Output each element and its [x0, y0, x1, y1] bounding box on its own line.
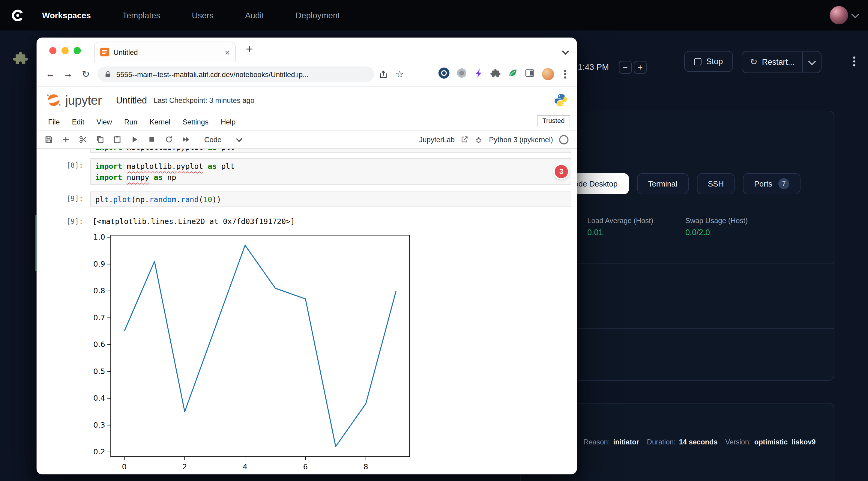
nav-item-templates[interactable]: Templates	[122, 10, 160, 20]
ports-button[interactable]: Ports 7	[743, 173, 801, 194]
coder-logo-icon[interactable]	[10, 7, 26, 23]
run-cell-icon[interactable]	[126, 132, 143, 147]
workspace-more-options-icon[interactable]	[848, 56, 860, 68]
menu-edit[interactable]: Edit	[66, 118, 91, 126]
version-value: optimistic_liskov9	[754, 438, 816, 446]
stop-button[interactable]: Stop	[684, 51, 733, 72]
window-close-button[interactable]	[49, 47, 56, 54]
menu-run[interactable]: Run	[118, 118, 144, 126]
paste-cell-icon[interactable]	[108, 132, 126, 147]
jupyter-wordmark: jupyter	[65, 93, 102, 108]
zoom-in-button[interactable]: +	[634, 61, 646, 73]
forward-icon[interactable]: →	[60, 69, 76, 80]
reason-value: initiator	[613, 438, 639, 446]
tab-close-icon[interactable]: ×	[225, 47, 230, 57]
ssh-button[interactable]: SSH	[697, 173, 735, 194]
jupyterlab-link[interactable]: JupyterLab	[419, 135, 455, 143]
menu-help[interactable]: Help	[215, 118, 242, 126]
menu-kernel[interactable]: Kernel	[143, 118, 176, 126]
extension-icon-green[interactable]	[507, 68, 517, 81]
clock: 1:43 PM	[578, 62, 609, 71]
menu-file[interactable]: File	[42, 118, 66, 126]
cell-output-text: [<matplotlib.lines.Line2D at 0x7fd03f191…	[92, 216, 295, 227]
nav-item-deployment[interactable]: Deployment	[296, 10, 340, 20]
jupyter-logo	[45, 92, 62, 108]
svg-text:0.3: 0.3	[93, 421, 105, 429]
browser-menu-icon[interactable]	[561, 69, 569, 80]
code-line: import matplotlib.pyplot as plt	[95, 160, 566, 171]
nav-item-audit[interactable]: Audit	[245, 10, 264, 20]
svg-text:0.7: 0.7	[93, 313, 105, 322]
restart-icon: ↻	[750, 58, 757, 67]
reload-icon[interactable]: ↻	[78, 68, 94, 80]
restart-button[interactable]: ↻ Restart...	[742, 52, 802, 72]
notebook-favicon	[100, 48, 109, 57]
notebook-title[interactable]: Untitled	[116, 95, 147, 105]
lock-icon	[104, 70, 112, 78]
code-cell-input[interactable]: plt.plot(np.random.rand(10))	[90, 192, 571, 207]
kernel-name[interactable]: Python 3 (ipykernel)	[489, 135, 553, 143]
screen: Workspaces Templates Users Audit Deploym…	[0, 0, 868, 481]
address-bar[interactable]: 5555--main--test--matifali.atif.cdr.dev/…	[97, 66, 374, 82]
restart-kernel-icon[interactable]	[160, 132, 177, 147]
svg-text:0: 0	[122, 462, 127, 471]
add-cell-icon[interactable]	[57, 132, 74, 147]
input-prompt: [9]:	[66, 194, 83, 203]
extension-icon-gray[interactable]	[457, 68, 467, 81]
browser-tab-strip: Untitled × +	[37, 38, 577, 62]
matplotlib-plot: 0.20.30.40.50.60.70.80.91.002468	[89, 233, 421, 474]
code-cell-input[interactable]: import matplotlib.pyplot as plt import n…	[90, 158, 571, 185]
top-nav: Workspaces Templates Users Audit Deploym…	[0, 0, 868, 31]
svg-text:4: 4	[243, 462, 247, 471]
new-tab-button[interactable]: +	[246, 42, 253, 56]
window-minimize-button[interactable]	[61, 47, 69, 54]
kernel-status-icon[interactable]	[559, 135, 568, 144]
cut-cell-icon[interactable]	[74, 132, 91, 147]
ssh-label: SSH	[708, 179, 724, 188]
clipped-cell[interactable]: import matplotlib.pyplot as plt	[90, 149, 571, 153]
nav-item-users[interactable]: Users	[192, 10, 213, 20]
external-link-icon[interactable]	[461, 135, 468, 143]
clipped-code-line: import matplotlib.pyplot as plt	[91, 149, 571, 153]
cell-type-value: Code	[204, 135, 221, 143]
duration-value: 14 seconds	[679, 438, 718, 446]
bookmark-star-icon[interactable]: ☆	[392, 68, 408, 80]
save-icon[interactable]	[40, 132, 57, 147]
chevron-down-icon[interactable]	[851, 10, 859, 18]
restart-run-all-icon[interactable]	[177, 132, 194, 147]
browser-profile-avatar[interactable]	[542, 68, 554, 81]
svg-text:8: 8	[364, 462, 368, 471]
jupyter-menubar: File Edit View Run Kernel Settings Help …	[37, 114, 577, 130]
debugger-bug-icon[interactable]	[474, 135, 483, 143]
puzzle-app-icon[interactable]	[12, 51, 29, 70]
terminal-button[interactable]: Terminal	[637, 173, 688, 194]
checkpoint-status: Last Checkpoint: 3 minutes ago	[154, 96, 254, 104]
reason-label: Reason:	[583, 438, 610, 446]
restart-dropdown-button[interactable]	[802, 52, 821, 72]
svg-text:0.8: 0.8	[93, 286, 105, 295]
browser-tab[interactable]: Untitled ×	[94, 41, 236, 62]
trusted-button[interactable]: Trusted	[537, 115, 570, 126]
nav-item-workspaces[interactable]: Workspaces	[42, 10, 91, 20]
tab-search-icon[interactable]	[563, 46, 568, 56]
user-avatar[interactable]	[830, 6, 848, 24]
cell-type-dropdown[interactable]: Code	[204, 135, 242, 143]
menu-settings[interactable]: Settings	[176, 118, 214, 126]
swap-usage-value: 0.0/2.0	[685, 228, 748, 237]
menu-view[interactable]: View	[91, 118, 118, 126]
notification-badge[interactable]: 3	[555, 165, 568, 178]
back-icon[interactable]: ←	[42, 69, 59, 80]
onepassword-extension-icon[interactable]	[438, 67, 450, 81]
window-maximize-button[interactable]	[73, 47, 81, 54]
swap-usage-metric: Swap Usage (Host) 0.0/2.0	[685, 217, 748, 237]
code-line: import numpy as np	[95, 171, 566, 183]
interrupt-kernel-icon[interactable]	[143, 132, 160, 147]
chevron-down-icon	[236, 135, 242, 142]
split-screen-icon[interactable]	[525, 68, 535, 81]
extensions-puzzle-icon[interactable]	[490, 68, 500, 81]
lightning-extension-icon[interactable]	[474, 68, 483, 80]
url-text: 5555--main--test--matifali.atif.cdr.dev/…	[116, 70, 368, 78]
zoom-out-button[interactable]: −	[619, 61, 631, 73]
share-icon[interactable]	[375, 70, 391, 79]
copy-cell-icon[interactable]	[91, 132, 108, 147]
